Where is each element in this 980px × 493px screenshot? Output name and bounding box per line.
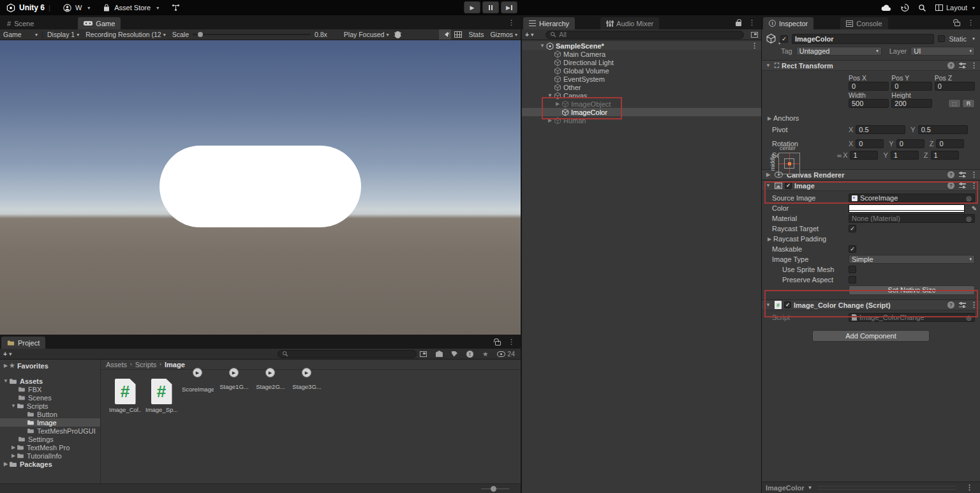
help-icon[interactable]: ? — [947, 62, 954, 69]
pivot-x-field[interactable]: 0.5 — [856, 125, 905, 134]
asset-image-colorchange-script[interactable]: # Image_Col... — [110, 379, 140, 413]
history-icon[interactable] — [900, 3, 909, 12]
tab-inspector[interactable]: i Inspector — [763, 17, 813, 29]
rotation-z-field[interactable]: 0 — [936, 139, 964, 148]
script-field[interactable]: Image_ColorChange ◎ — [849, 313, 975, 322]
source-image-field[interactable]: ScoreImage ◎ — [849, 193, 975, 202]
component-enabled-checkbox[interactable]: ✓ — [785, 182, 792, 189]
raw-edit-button[interactable]: R — [962, 99, 975, 108]
rect-transform-header[interactable]: ▼ ⛶ Rect Transform ? ⋮ — [762, 60, 980, 71]
tree-item-scenes[interactable]: Scenes — [0, 393, 100, 402]
play-badge-icon[interactable]: ▶ — [193, 368, 202, 377]
display-dropdown[interactable]: Display 1▾ — [44, 29, 82, 40]
create-asset-button[interactable]: +▾ — [0, 349, 15, 359]
height-field[interactable]: 200 — [891, 99, 932, 108]
pause-button[interactable] — [482, 1, 499, 13]
preset-icon[interactable] — [959, 302, 966, 308]
tab-audio-mixer[interactable]: Audio Mixer — [600, 17, 659, 29]
active-checkbox[interactable]: ✓ — [780, 35, 788, 43]
hierarchy-item-human[interactable]: ▶ Human — [522, 116, 761, 125]
component-menu-icon[interactable]: ⋮ — [970, 301, 977, 309]
gameobject-icon-dropdown[interactable]: ▾ — [766, 33, 776, 44]
preset-icon[interactable] — [959, 172, 966, 178]
foldout-arrow[interactable]: ▼ — [764, 63, 772, 68]
scale-x-field[interactable]: 1 — [850, 151, 878, 160]
scale-slider[interactable] — [193, 34, 311, 35]
tab-console[interactable]: Console — [840, 17, 887, 29]
breadcrumb-image[interactable]: Image — [165, 361, 185, 368]
scale-z-field[interactable]: 1 — [931, 151, 959, 160]
anchor-preset-widget[interactable]: center middle — [771, 145, 809, 174]
tab-game[interactable]: Game — [78, 17, 121, 29]
hierarchy-item-directional-light[interactable]: Directional Light — [522, 58, 761, 66]
component-menu-icon[interactable]: ⋮ — [970, 171, 977, 179]
bundle-menu-icon[interactable]: ⋮ — [963, 483, 976, 492]
tag-dropdown[interactable]: Untagged▾ — [796, 47, 882, 56]
static-checkbox[interactable] — [938, 35, 945, 42]
tab-hierarchy[interactable]: Hierarchy — [523, 17, 575, 29]
play-badge-icon[interactable]: ▶ — [229, 368, 239, 377]
color-swatch[interactable] — [849, 204, 965, 213]
image-type-dropdown[interactable]: Simple▾ — [849, 255, 975, 264]
account-menu[interactable]: W ▾ — [57, 4, 96, 12]
component-enabled-checkbox[interactable]: ✓ — [784, 301, 791, 308]
help-icon[interactable]: ? — [947, 171, 954, 178]
play-badge-icon[interactable]: ▶ — [265, 368, 275, 377]
raycast-padding-row[interactable]: ▶Raycast Padding — [762, 234, 980, 244]
material-field[interactable]: None (Material) ◎ — [849, 214, 975, 223]
pos-z-field[interactable]: 0 — [935, 82, 975, 91]
tree-item-tutorialinfo[interactable]: ▶ TutorialInfo — [0, 451, 100, 460]
scale-y-field[interactable]: 1 — [891, 151, 919, 160]
asset-stage1[interactable]: ▶ Stage1G... — [219, 379, 249, 390]
tree-item-fbx[interactable]: FBX — [0, 385, 100, 393]
step-button[interactable]: ▶ — [501, 1, 517, 13]
blueprint-mode-button[interactable]: ⬚ — [948, 99, 961, 108]
static-dropdown-icon[interactable]: ▾ — [972, 36, 975, 42]
preset-icon[interactable] — [959, 183, 966, 188]
hierarchy-item-samplescene[interactable]: ▼ SampleScene* ⋮ — [522, 42, 761, 50]
asset-stage2[interactable]: ▶ Stage2G... — [255, 379, 286, 390]
display-target-dropdown[interactable]: Game▾ — [0, 29, 41, 40]
hierarchy-item-canvas[interactable]: ▼ Canvas — [522, 91, 761, 100]
help-icon[interactable]: ? — [947, 182, 954, 189]
anchors-foldout[interactable]: ▶Anchors — [762, 113, 980, 123]
visibility-count[interactable]: 24 — [494, 350, 518, 358]
asset-stage3[interactable]: ▶ Stage3G... — [292, 379, 322, 390]
tree-item-favorites[interactable]: ▶★ Favorites — [0, 361, 100, 370]
hierarchy-item-other[interactable]: Other — [522, 83, 761, 91]
play-button[interactable]: ▶ — [464, 1, 480, 13]
favorites-filter-button[interactable]: ★ — [479, 350, 491, 358]
rotation-x-field[interactable]: 0 — [856, 139, 884, 148]
tree-item-assets[interactable]: ▼ Assets — [0, 377, 100, 385]
panel-menu-icon[interactable]: ⋮ — [505, 19, 518, 27]
tab-scene[interactable]: # Scene — [1, 17, 40, 29]
panel-menu-icon[interactable]: ⋮ — [505, 338, 518, 346]
resolution-dropdown[interactable]: Recording Resolution (12▾ — [82, 29, 169, 40]
tree-item-textmeshprougui[interactable]: TextMeshProUGUI — [0, 427, 100, 435]
frame-debugger-button[interactable] — [392, 29, 404, 40]
anchor-preset-box[interactable] — [778, 153, 800, 174]
object-picker-icon[interactable]: ◎ — [966, 195, 972, 202]
preset-icon[interactable] — [959, 63, 966, 68]
open-search-window-button[interactable] — [748, 29, 761, 40]
focus-dropdown[interactable]: Play Focused▾ — [341, 29, 392, 40]
layer-dropdown[interactable]: UI▾ — [910, 47, 975, 56]
asset-scoreimage[interactable]: ▶ ScoreImage — [182, 379, 213, 393]
object-picker-icon[interactable]: ◎ — [966, 215, 972, 222]
search-in-window-button[interactable] — [417, 351, 430, 357]
hierarchy-item-imageobject[interactable]: ▶ ImageObject — [522, 100, 761, 108]
object-picker-icon[interactable]: ◎ — [966, 314, 972, 321]
asset-bundle-dropdown[interactable]: ImageColor — [766, 484, 805, 492]
tab-project[interactable]: Project — [1, 337, 45, 349]
stats-button[interactable]: Stats — [465, 29, 487, 40]
vsync-grid-button[interactable] — [451, 29, 465, 40]
version-control-button[interactable] — [165, 4, 186, 11]
search-by-type-button[interactable] — [433, 351, 446, 357]
hierarchy-item-eventsystem[interactable]: EventSystem — [522, 75, 761, 83]
preserve-aspect-checkbox[interactable] — [849, 276, 856, 284]
tree-item-image[interactable]: Image — [0, 418, 100, 427]
add-component-button[interactable]: Add Component — [812, 330, 930, 342]
use-sprite-mesh-checkbox[interactable] — [849, 266, 856, 273]
thumbnail-zoom-handle[interactable] — [491, 486, 496, 492]
scale-slider-handle[interactable] — [198, 32, 203, 37]
